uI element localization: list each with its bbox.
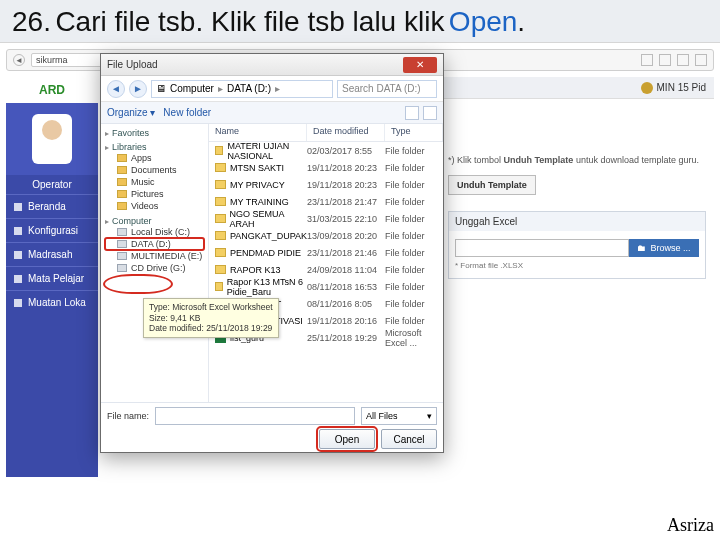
file-row[interactable]: PANGKAT_DUPAK13/09/2018 20:20File folder: [209, 227, 443, 244]
file-date: 02/03/2017 8:55: [307, 146, 385, 156]
col-date[interactable]: Date modified: [307, 124, 385, 141]
file-type: File folder: [385, 299, 443, 309]
step-text: Cari file tsb. Klik file tsb lalu klik: [55, 6, 444, 37]
sidebar-label: Muatan Loka: [28, 297, 86, 308]
browse-button[interactable]: 🖿Browse ...: [629, 239, 699, 257]
menu-icon[interactable]: [695, 54, 707, 66]
sidebar-item-muatan[interactable]: Muatan Loka: [6, 290, 98, 314]
home-icon[interactable]: [659, 54, 671, 66]
file-row[interactable]: MY TRAINING23/11/2018 21:47File folder: [209, 193, 443, 210]
download-icon[interactable]: [677, 54, 689, 66]
file-date: 19/11/2018 20:23: [307, 180, 385, 190]
drive-icon: [117, 228, 127, 236]
user-role: Operator: [6, 175, 98, 194]
tree-drive-d[interactable]: DATA (D:): [105, 238, 204, 250]
col-name[interactable]: Name: [209, 124, 307, 141]
folder-icon: [117, 154, 127, 162]
filename-input[interactable]: [155, 407, 355, 425]
computer-icon: 🖥: [156, 83, 166, 94]
browse-label: Browse ...: [650, 243, 690, 253]
file-name: RAPOR K13: [230, 265, 281, 275]
tree-music[interactable]: Music: [105, 176, 204, 188]
tree-drive-g[interactable]: CD Drive (G:): [105, 262, 204, 274]
folder-icon: [215, 214, 226, 223]
col-type[interactable]: Type: [385, 124, 443, 141]
sidebar-item-konfigurasi[interactable]: Konfigurasi: [6, 218, 98, 242]
sidebar-item-beranda[interactable]: Beranda: [6, 194, 98, 218]
hint-prefix: *) Klik tombol: [448, 155, 504, 165]
breadcrumb[interactable]: 🖥 Computer ▸ DATA (D:) ▸: [151, 80, 333, 98]
column-headers[interactable]: Name Date modified Type: [209, 124, 443, 142]
file-type: File folder: [385, 163, 443, 173]
tree-videos[interactable]: Videos: [105, 200, 204, 212]
download-template-button[interactable]: Unduh Template: [448, 175, 536, 195]
new-folder-button[interactable]: New folder: [163, 107, 211, 118]
home-icon: [14, 203, 22, 211]
building-icon: [14, 251, 22, 259]
dialog-search[interactable]: Search DATA (D:): [337, 80, 437, 98]
tree-drive-e[interactable]: MULTIMEDIA (E:): [105, 250, 204, 262]
cancel-button[interactable]: Cancel: [381, 429, 437, 449]
file-row[interactable]: NGO SEMUA ARAH31/03/2015 22:10File folde…: [209, 210, 443, 227]
back-button[interactable]: ◄: [13, 54, 25, 66]
sidebar-item-mapel[interactable]: Mata Pelajar: [6, 266, 98, 290]
dialog-nav: ◄ ► 🖥 Computer ▸ DATA (D:) ▸ Search DATA…: [101, 76, 443, 102]
file-row[interactable]: PENDMAD PIDIE23/11/2018 21:46File folder: [209, 244, 443, 261]
file-row[interactable]: Rapor K13 MTsN 6 Pidie_Baru08/11/2018 16…: [209, 278, 443, 295]
tree-drive-c[interactable]: Local Disk (C:): [105, 226, 204, 238]
sidebar-label: Konfigurasi: [28, 225, 78, 236]
dialog-toolbar: Organize ▾ New folder: [101, 102, 443, 124]
tree-pictures[interactable]: Pictures: [105, 188, 204, 200]
nav-back-button[interactable]: ◄: [107, 80, 125, 98]
close-button[interactable]: ✕: [403, 57, 437, 73]
tree-computer[interactable]: Computer: [105, 216, 204, 226]
dialog-titlebar[interactable]: File Upload ✕: [101, 54, 443, 76]
tree-documents[interactable]: Documents: [105, 164, 204, 176]
folder-icon: [215, 146, 224, 155]
file-type: File folder: [385, 180, 443, 190]
file-row[interactable]: RAPOR K1324/09/2018 11:04File folder: [209, 261, 443, 278]
file-name: PENDMAD PIDIE: [230, 248, 301, 258]
folder-icon: 🖿: [637, 243, 646, 253]
tree-favorites[interactable]: Favorites: [105, 128, 204, 138]
folder-icon: [215, 248, 226, 257]
folder-icon: [117, 202, 127, 210]
file-type: Microsoft Excel ...: [385, 328, 443, 348]
file-row[interactable]: MY PRIVACY19/11/2018 20:23File folder: [209, 176, 443, 193]
drive-icon: [117, 240, 127, 248]
file-date: 19/11/2018 20:16: [307, 316, 385, 326]
sidebar-item-madrasah[interactable]: Madrasah: [6, 242, 98, 266]
tooltip-line: Date modified: 25/11/2018 19:29: [149, 323, 273, 334]
view-icon[interactable]: [405, 106, 419, 120]
tree-apps[interactable]: Apps: [105, 152, 204, 164]
file-row[interactable]: MATERI UJIAN NASIONAL02/03/2017 8:55File…: [209, 142, 443, 159]
help-icon[interactable]: [423, 106, 437, 120]
organize-menu[interactable]: Organize ▾: [107, 107, 155, 118]
file-name: Rapor K13 MTsN 6 Pidie_Baru: [227, 277, 307, 297]
file-type: File folder: [385, 265, 443, 275]
chevron-down-icon: ▾: [427, 411, 432, 421]
app-logo: ARD: [6, 77, 98, 103]
file-type: File folder: [385, 197, 443, 207]
open-button[interactable]: Open: [319, 429, 375, 449]
folder-icon: [215, 163, 226, 172]
filetype-value: All Files: [366, 411, 398, 421]
tree-libraries[interactable]: Libraries: [105, 142, 204, 152]
file-type: File folder: [385, 248, 443, 258]
file-listing: Name Date modified Type MATERI UJIAN NAS…: [209, 124, 443, 402]
school-badge-icon: [641, 82, 653, 94]
file-date: 13/09/2018 20:20: [307, 231, 385, 241]
file-date: 08/11/2016 8:05: [307, 299, 385, 309]
list-icon: [14, 299, 22, 307]
file-type: File folder: [385, 282, 443, 292]
upload-filepath-field[interactable]: [455, 239, 629, 257]
crumb-root: Computer: [170, 83, 214, 94]
author-name: Asriza: [667, 515, 714, 536]
file-row[interactable]: MTSN SAKTI19/11/2018 20:23File folder: [209, 159, 443, 176]
folder-icon: [215, 231, 226, 240]
avatar: [6, 103, 98, 175]
bookmark-icon[interactable]: [641, 54, 653, 66]
filetype-select[interactable]: All Files▾: [361, 407, 437, 425]
search-hint: Search DATA (D:): [342, 83, 421, 94]
nav-forward-button[interactable]: ►: [129, 80, 147, 98]
